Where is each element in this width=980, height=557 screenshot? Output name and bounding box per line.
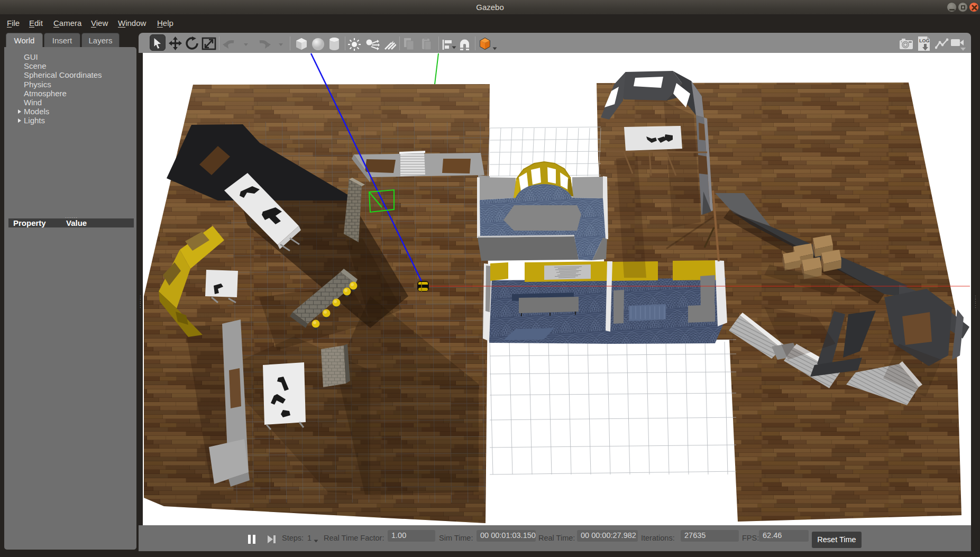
svg-text:LOG: LOG [919, 38, 930, 43]
